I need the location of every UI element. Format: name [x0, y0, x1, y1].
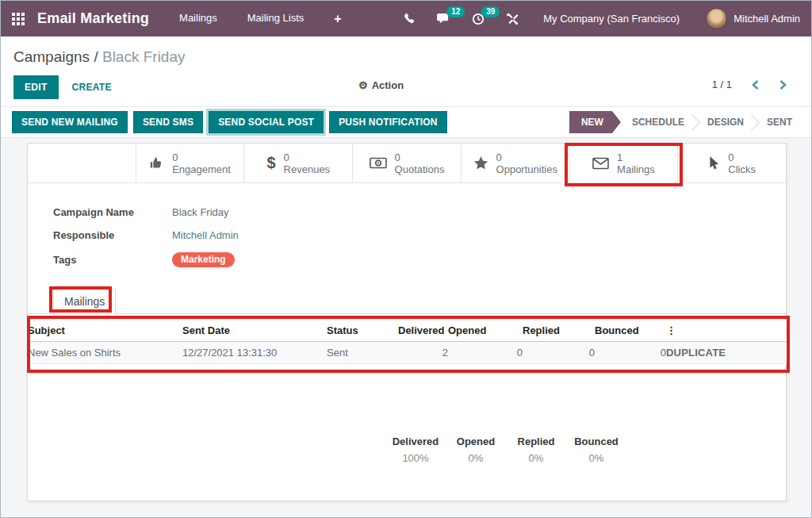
top-menu: Mailings Mailing Lists +	[179, 12, 342, 26]
cell-subject: New Sales on Shirts	[28, 341, 182, 363]
form-sheet: 0 Engagement $ 0 Revenues 0	[27, 143, 787, 501]
stat-label: Quotations	[395, 163, 445, 175]
col-replied[interactable]: Replied	[523, 320, 595, 341]
content-area: 0 Engagement $ 0 Revenues 0	[1, 138, 811, 518]
col-status[interactable]: Status	[327, 320, 398, 341]
field-campaign-name: Campaign Name Black Friday	[53, 206, 239, 218]
control-panel: Campaigns / Black Friday EDIT CREATE ⚙ A…	[1, 36, 811, 107]
stat-label: Revenues	[284, 163, 331, 175]
field-responsible: Responsible Mitchell Admin	[53, 229, 239, 241]
stat-revenues[interactable]: $ 0 Revenues	[244, 144, 353, 182]
stat-mailings[interactable]: 1 Mailings	[570, 144, 679, 182]
tab-mailings[interactable]: Mailings	[53, 289, 116, 315]
stage-schedule[interactable]: SCHEDULE	[624, 111, 692, 133]
gear-icon: ⚙	[358, 79, 368, 91]
kpi-row: Delivered 100% Opened 0% Replied 0% Boun…	[389, 436, 622, 464]
menu-mailing-lists[interactable]: Mailing Lists	[247, 12, 304, 26]
stat-text: 0 Clicks	[728, 152, 756, 175]
field-label: Responsible	[53, 229, 172, 241]
top-right-icons: 12 39 My Company (San Francisco) Mitchel…	[404, 8, 800, 29]
table-header-row: Subject Sent Date Status Delivered Opene…	[28, 320, 787, 341]
kpi-value: 0%	[570, 452, 622, 464]
stat-quotations[interactable]: 0 Quotations	[353, 144, 462, 182]
dollar-icon: $	[266, 154, 275, 172]
stat-empty[interactable]	[28, 144, 136, 182]
stat-value: 0	[284, 152, 331, 163]
pager-previous-icon[interactable]	[751, 79, 760, 90]
create-button[interactable]: CREATE	[72, 82, 112, 93]
kpi-replied: Replied 0%	[510, 436, 562, 464]
stat-label: Engagement	[172, 163, 231, 175]
col-opened[interactable]: Opened	[448, 320, 523, 341]
stat-value: 0	[496, 152, 557, 163]
kpi-delivered: Delivered 100%	[389, 436, 442, 464]
stat-label: Clicks	[728, 163, 756, 175]
stage-pipeline: NEW SCHEDULE DESIGN SENT	[569, 111, 800, 133]
col-subject[interactable]: Subject	[28, 320, 182, 341]
stat-text: 0 Engagement	[172, 152, 231, 175]
stat-clicks[interactable]: 0 Clicks	[678, 144, 786, 182]
stat-label: Opportunities	[496, 163, 557, 175]
button-row: EDIT CREATE ⚙ Action 1 / 1	[13, 74, 799, 100]
bill-icon	[370, 157, 387, 169]
cell-replied: 0	[523, 341, 595, 363]
duplicate-button[interactable]: DUPLICATE	[666, 341, 787, 363]
breadcrumb-campaigns[interactable]: Campaigns	[13, 48, 90, 65]
col-bounced[interactable]: Bounced	[595, 320, 666, 341]
mouse-pointer-icon	[708, 156, 720, 171]
stat-text: 0 Opportunities	[496, 152, 557, 175]
top-navbar: Email Marketing Mailings Mailing Lists +…	[1, 1, 811, 36]
push-notification-button[interactable]: PUSH NOTIFICATION	[329, 111, 447, 133]
tools-icon[interactable]	[506, 13, 519, 25]
cell-delivered: 2	[398, 341, 448, 363]
field-group: Campaign Name Black Friday Responsible M…	[53, 206, 239, 278]
cell-sent-date: 12/27/2021 13:31:30	[182, 341, 327, 363]
field-tags: Tags Marketing	[53, 252, 239, 267]
cell-opened: 0	[448, 341, 523, 363]
notebook-divider	[28, 313, 786, 314]
kpi-label: Delivered	[389, 436, 442, 447]
kpi-label: Replied	[510, 436, 562, 447]
plus-icon[interactable]: +	[334, 12, 341, 26]
breadcrumb: Campaigns / Black Friday	[13, 47, 799, 67]
user-menu[interactable]: Mitchell Admin	[706, 8, 800, 29]
stat-text: 0 Revenues	[284, 152, 331, 175]
col-delivered[interactable]: Delivered	[398, 320, 448, 341]
company-switcher[interactable]: My Company (San Francisco)	[543, 13, 680, 25]
activities-clock-icon[interactable]: 39	[472, 13, 485, 25]
envelope-icon	[592, 157, 609, 170]
phone-icon[interactable]	[404, 13, 416, 25]
activities-badge: 39	[481, 6, 500, 17]
table-row[interactable]: New Sales on Shirts 12/27/2021 13:31:30 …	[28, 341, 787, 363]
stat-engagement[interactable]: 0 Engagement	[136, 144, 245, 182]
send-new-mailing-button[interactable]: SEND NEW MAILING	[12, 111, 128, 133]
col-sent-date[interactable]: Sent Date	[182, 320, 327, 341]
stat-value: 1	[617, 152, 655, 163]
messages-icon[interactable]: 12	[437, 13, 450, 25]
edit-button[interactable]: EDIT	[13, 75, 59, 99]
stat-value: 0	[728, 152, 756, 163]
kpi-opened: Opened 0%	[450, 436, 502, 464]
app-title[interactable]: Email Marketing	[37, 10, 149, 27]
field-label: Campaign Name	[53, 206, 172, 218]
statusbar: SEND NEW MAILING SEND SMS SEND SOCIAL PO…	[1, 107, 811, 138]
send-social-post-button[interactable]: SEND SOCIAL POST	[209, 111, 324, 133]
send-sms-button[interactable]: SEND SMS	[133, 111, 203, 133]
messages-badge: 12	[446, 6, 465, 17]
responsible-link[interactable]: Mitchell Admin	[172, 229, 239, 241]
apps-grid-icon[interactable]	[12, 13, 25, 25]
stage-sent[interactable]: SENT	[759, 111, 800, 133]
stage-new[interactable]: NEW	[569, 111, 621, 133]
kpi-value: 0%	[450, 452, 502, 464]
stat-opportunities[interactable]: 0 Opportunities	[462, 144, 570, 182]
kpi-bounced: Bounced 0%	[570, 436, 622, 464]
column-options-icon[interactable]: ⋮	[666, 320, 787, 341]
campaign-name-value: Black Friday	[172, 206, 229, 218]
stat-text: 0 Quotations	[395, 152, 445, 175]
pager-next-icon[interactable]	[779, 79, 787, 90]
avatar	[706, 8, 727, 29]
menu-mailings[interactable]: Mailings	[179, 12, 217, 26]
stat-label: Mailings	[617, 163, 655, 175]
cell-status: Sent	[327, 341, 398, 363]
action-menu[interactable]: ⚙ Action	[358, 79, 404, 91]
